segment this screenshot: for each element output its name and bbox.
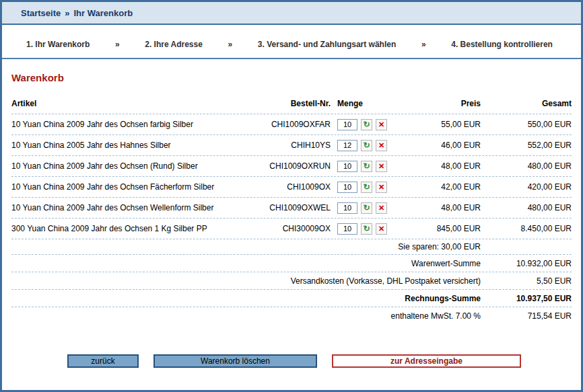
cart-row: 300 Yuan China 2009 Jahr des Ochsen 1 Kg… bbox=[11, 219, 572, 239]
unit-price: 42,00 EUR bbox=[403, 182, 481, 192]
order-number: CHI1009OXRUN bbox=[246, 161, 331, 171]
step-separator: » bbox=[115, 40, 120, 49]
quantity-input[interactable] bbox=[337, 202, 357, 214]
quantity-input[interactable] bbox=[337, 223, 357, 235]
step-separator: » bbox=[228, 40, 233, 49]
cart-row: 10 Yuan China 2009 Jahr des Ochsen farbi… bbox=[11, 114, 572, 135]
cart-row: 10 Yuan China 2005 Jahr des Hahnes Silbe… bbox=[11, 135, 572, 156]
refresh-icon: ↻ bbox=[363, 162, 370, 170]
order-number: CHIH10YS bbox=[246, 141, 331, 150]
order-number: CHI30009OX bbox=[246, 224, 331, 233]
refresh-icon: ↻ bbox=[363, 225, 370, 233]
breadcrumb-current: Ihr Warenkorb bbox=[73, 8, 133, 18]
refresh-icon: ↻ bbox=[363, 120, 370, 128]
order-number: CHI1009OXWEL bbox=[246, 203, 331, 212]
summary-row-subtotal: Warenwert-Summe 10.932,00 EUR bbox=[11, 255, 572, 272]
savings-row: Sie sparen: 30,00 EUR bbox=[11, 239, 572, 255]
product-name: 10 Yuan China 2009 Jahr des Ochsen (Rund… bbox=[11, 161, 246, 171]
summary-row-vat: enthaltene MwSt. 7.00 % 715,54 EUR bbox=[11, 307, 572, 325]
quantity-input[interactable] bbox=[337, 140, 357, 151]
clear-cart-button[interactable]: Warenkorb löschen bbox=[153, 354, 317, 368]
order-number: CHI1009OXFAR bbox=[246, 120, 331, 129]
remove-item-button[interactable]: ✕ bbox=[376, 161, 387, 172]
refresh-icon: ↻ bbox=[363, 141, 370, 149]
breadcrumb: Startseite » Ihr Warenkorb bbox=[2, 2, 581, 25]
cart-table: Artikel Bestell-Nr. Menge Preis Gesamt 1… bbox=[11, 93, 572, 325]
update-quantity-button[interactable]: ↻ bbox=[361, 140, 372, 151]
quantity-cell: ↻ ✕ bbox=[331, 202, 403, 214]
summary-value: 715,54 EUR bbox=[481, 311, 572, 321]
row-total: 480,00 EUR bbox=[481, 161, 572, 171]
product-name: 10 Yuan China 2009 Jahr des Ochsen farbi… bbox=[11, 120, 246, 129]
quantity-cell: ↻ ✕ bbox=[331, 119, 403, 130]
header-bestellnr: Bestell-Nr. bbox=[246, 99, 331, 108]
back-button[interactable]: zurück bbox=[67, 354, 139, 368]
breadcrumb-home[interactable]: Startseite bbox=[21, 8, 61, 18]
step-separator: » bbox=[421, 40, 426, 49]
cart-row: 10 Yuan China 2009 Jahr des Ochsen Fäche… bbox=[11, 177, 572, 198]
step-shipping-payment: 3. Versand- und Zahlungsart wählen bbox=[258, 40, 396, 49]
cart-header-row: Artikel Bestell-Nr. Menge Preis Gesamt bbox=[11, 93, 572, 114]
remove-item-button[interactable]: ✕ bbox=[376, 119, 387, 130]
remove-item-button[interactable]: ✕ bbox=[376, 182, 387, 193]
product-name: 10 Yuan China 2009 Jahr des Ochsen Welle… bbox=[11, 203, 246, 212]
remove-item-button[interactable]: ✕ bbox=[376, 202, 387, 214]
cart-row: 10 Yuan China 2009 Jahr des Ochsen (Rund… bbox=[11, 156, 572, 177]
shop-page: Startseite » Ihr Warenkorb 1. Ihr Warenk… bbox=[0, 0, 583, 392]
summary-label: Warenwert-Summe bbox=[11, 259, 481, 268]
unit-price: 845,00 EUR bbox=[403, 224, 481, 233]
summary-label: Versandkosten (Vorkasse, DHL Postpaket v… bbox=[11, 276, 481, 286]
action-buttons: zurück Warenkorb löschen zur Adresseinga… bbox=[67, 354, 581, 368]
row-total: 8.450,00 EUR bbox=[481, 224, 572, 233]
quantity-cell: ↻ ✕ bbox=[331, 161, 403, 172]
delete-icon: ✕ bbox=[378, 184, 384, 191]
to-address-button[interactable]: zur Adresseingabe bbox=[332, 354, 521, 368]
step-review: 4. Bestellung kontrollieren bbox=[451, 40, 553, 49]
product-name: 10 Yuan China 2009 Jahr des Ochsen Fäche… bbox=[11, 182, 246, 192]
delete-icon: ✕ bbox=[378, 225, 384, 233]
unit-price: 48,00 EUR bbox=[403, 203, 481, 212]
update-quantity-button[interactable]: ↻ bbox=[361, 119, 372, 130]
step-cart: 1. Ihr Warenkorb bbox=[26, 40, 90, 49]
cart-row: 10 Yuan China 2009 Jahr des Ochsen Welle… bbox=[11, 198, 572, 219]
header-gesamt: Gesamt bbox=[481, 99, 572, 108]
summary-label: Rechnungs-Summe bbox=[11, 294, 481, 303]
unit-price: 55,00 EUR bbox=[403, 120, 481, 129]
header-menge: Menge bbox=[331, 99, 403, 108]
summary-row-shipping: Versandkosten (Vorkasse, DHL Postpaket v… bbox=[11, 272, 572, 290]
update-quantity-button[interactable]: ↻ bbox=[361, 161, 372, 172]
remove-item-button[interactable]: ✕ bbox=[376, 140, 387, 151]
checkout-steps: 1. Ihr Warenkorb » 2. Ihre Adresse » 3. … bbox=[2, 25, 581, 59]
summary-value: 10.937,50 EUR bbox=[481, 294, 572, 303]
quantity-input[interactable] bbox=[337, 182, 357, 193]
row-total: 420,00 EUR bbox=[481, 182, 572, 192]
summary-value: 5,50 EUR bbox=[481, 276, 572, 286]
step-address: 2. Ihre Adresse bbox=[145, 40, 203, 49]
update-quantity-button[interactable]: ↻ bbox=[361, 182, 372, 193]
row-total: 480,00 EUR bbox=[481, 203, 572, 212]
summary-label: enthaltene MwSt. 7.00 % bbox=[11, 311, 481, 321]
unit-price: 48,00 EUR bbox=[403, 161, 481, 171]
quantity-input[interactable] bbox=[337, 119, 357, 130]
row-total: 552,00 EUR bbox=[481, 141, 572, 150]
remove-item-button[interactable]: ✕ bbox=[376, 223, 387, 235]
update-quantity-button[interactable]: ↻ bbox=[361, 202, 372, 214]
quantity-cell: ↻ ✕ bbox=[331, 182, 403, 193]
header-preis: Preis bbox=[403, 99, 481, 108]
breadcrumb-separator: » bbox=[65, 8, 69, 18]
delete-icon: ✕ bbox=[378, 142, 384, 149]
row-total: 550,00 EUR bbox=[481, 120, 572, 129]
quantity-input[interactable] bbox=[337, 161, 357, 172]
update-quantity-button[interactable]: ↻ bbox=[361, 223, 372, 235]
savings-text: Sie sparen: 30,00 EUR bbox=[11, 242, 481, 251]
page-title: Warenkorb bbox=[11, 72, 581, 83]
quantity-cell: ↻ ✕ bbox=[331, 223, 403, 235]
refresh-icon: ↻ bbox=[363, 204, 370, 212]
refresh-icon: ↻ bbox=[363, 183, 370, 191]
header-artikel: Artikel bbox=[11, 99, 246, 108]
quantity-cell: ↻ ✕ bbox=[331, 140, 403, 151]
delete-icon: ✕ bbox=[378, 121, 384, 128]
delete-icon: ✕ bbox=[378, 204, 384, 212]
product-name: 10 Yuan China 2005 Jahr des Hahnes Silbe… bbox=[11, 141, 246, 150]
summary-row-invoice-total: Rechnungs-Summe 10.937,50 EUR bbox=[11, 290, 572, 307]
